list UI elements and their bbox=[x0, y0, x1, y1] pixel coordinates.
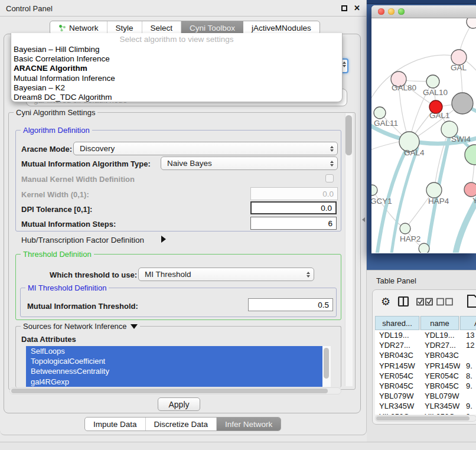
dropdown-item[interactable]: Bayesian – K2 bbox=[11, 83, 342, 93]
cell[interactable]: YPR145W bbox=[420, 361, 460, 371]
tab-jactivemnodules[interactable]: jActiveMNodules bbox=[243, 21, 319, 34]
table-row[interactable]: YDR27... YDR27... 12 bbox=[375, 340, 476, 350]
column-header-partial[interactable]: A bbox=[460, 316, 476, 330]
dropdown-item[interactable]: Dream8 DC_TDC Algorithm bbox=[11, 93, 342, 102]
dropdown-item[interactable]: Basic Correlation Inference bbox=[11, 54, 342, 64]
table-row[interactable]: YDL19... YDL19... 13 bbox=[375, 330, 476, 340]
which-threshold-combo[interactable]: MI Threshold bbox=[138, 268, 314, 281]
network-window-titlebar[interactable] bbox=[371, 5, 476, 18]
cell[interactable] bbox=[460, 350, 476, 360]
node-gal10[interactable] bbox=[426, 75, 439, 88]
zoom-traffic-light-icon[interactable] bbox=[398, 8, 405, 15]
cell[interactable]: YIL053C bbox=[375, 412, 420, 415]
cell[interactable]: YBR043C bbox=[420, 350, 460, 360]
node-hap4[interactable] bbox=[426, 182, 442, 198]
expand-right-icon[interactable] bbox=[161, 236, 166, 243]
table-row[interactable]: YLR345W YLR345W 9. bbox=[375, 401, 476, 411]
apply-button[interactable]: Apply bbox=[158, 397, 200, 411]
network-canvas[interactable]: GAL GAL80 GAL10 GAL11 GAL1 SWI4 GAL4 GCY… bbox=[371, 18, 476, 253]
mi-steps-field[interactable] bbox=[250, 217, 337, 230]
node-bright-green[interactable] bbox=[465, 145, 476, 165]
cell[interactable]: YER054C bbox=[420, 371, 460, 381]
kernel-width-field[interactable] bbox=[250, 187, 338, 200]
table-row[interactable]: YER054C YER054C 8. bbox=[375, 371, 476, 381]
cell[interactable]: YDR27... bbox=[420, 340, 460, 350]
cell[interactable]: YER054C bbox=[375, 371, 420, 381]
cell[interactable] bbox=[460, 391, 476, 401]
unchecked-boxes-icon[interactable] bbox=[436, 298, 453, 306]
node-gcy1[interactable] bbox=[371, 185, 377, 195]
attribute-item[interactable]: gal4RGexp bbox=[26, 377, 322, 387]
cell[interactable]: YBL079W bbox=[420, 391, 460, 401]
cell[interactable]: 13 bbox=[460, 330, 476, 340]
minimize-traffic-light-icon[interactable] bbox=[388, 8, 395, 15]
cell[interactable]: YBL079W bbox=[375, 391, 420, 401]
mi-threshold-field[interactable] bbox=[248, 298, 333, 311]
node-gal11[interactable] bbox=[374, 107, 386, 119]
tab-select[interactable]: Select bbox=[142, 21, 182, 34]
cell[interactable]: YLR345W bbox=[420, 401, 460, 411]
aracne-mode-combo[interactable]: Discovery bbox=[73, 142, 338, 155]
cell[interactable]: YDL19... bbox=[420, 330, 460, 340]
document-icon[interactable] bbox=[466, 294, 476, 308]
panel-splitter-handle[interactable] bbox=[362, 217, 365, 222]
cell[interactable]: YLR345W bbox=[375, 401, 420, 411]
table-row[interactable]: YBL079W YBL079W bbox=[375, 391, 476, 401]
dropdown-item-selected[interactable]: ARACNE Algorithm bbox=[11, 64, 342, 73]
tab-impute-data[interactable]: Impute Data bbox=[85, 418, 146, 431]
cell[interactable]: YIL053C bbox=[420, 412, 460, 415]
cell[interactable]: YBR045C bbox=[420, 381, 460, 391]
table-row[interactable]: YBR045C YBR045C 9. bbox=[375, 381, 476, 391]
dropdown-item[interactable]: Mutual Information Inference bbox=[11, 74, 342, 83]
tab-infer-network[interactable]: Infer Network bbox=[217, 418, 281, 431]
node-hap2[interactable] bbox=[400, 223, 410, 234]
settings-horizontal-scrollbar[interactable] bbox=[9, 387, 341, 394]
cell[interactable]: 9. bbox=[460, 381, 476, 391]
gear-icon[interactable]: ⚙ bbox=[381, 295, 390, 308]
dpi-tolerance-field[interactable] bbox=[250, 201, 337, 214]
cell[interactable]: 9. bbox=[460, 361, 476, 371]
dropdown-item[interactable]: Bayesian – Hill Climbing bbox=[11, 45, 342, 54]
cell[interactable]: 9. bbox=[460, 401, 476, 411]
tab-cyni-toolbox[interactable]: Cyni Toolbox bbox=[181, 21, 243, 34]
attribute-item[interactable]: BetweennessCentrality bbox=[26, 366, 322, 376]
table-row[interactable]: YBR043C YBR043C bbox=[375, 350, 476, 360]
node-gray-hub[interactable] bbox=[452, 93, 473, 114]
close-icon[interactable]: ✕ bbox=[354, 4, 360, 12]
close-traffic-light-icon[interactable] bbox=[378, 8, 384, 15]
table-hscrollbar-thumb[interactable] bbox=[376, 416, 470, 420]
cell[interactable]: 8. bbox=[460, 371, 476, 381]
tab-style[interactable]: Style bbox=[107, 21, 142, 34]
float-window-icon[interactable] bbox=[341, 5, 347, 11]
cell[interactable]: YDL19... bbox=[375, 330, 420, 340]
node[interactable] bbox=[467, 18, 476, 28]
tab-network[interactable]: Network bbox=[50, 21, 107, 34]
attributes-scrollbar[interactable] bbox=[322, 346, 331, 387]
manual-kernel-label: Manual Kernel Width Definition bbox=[21, 175, 135, 184]
column-header-name[interactable]: name bbox=[420, 316, 459, 330]
settings-scrollbar-thumb[interactable] bbox=[345, 115, 352, 155]
attribute-item[interactable]: TopologicalCoefficient bbox=[26, 356, 322, 366]
cell[interactable]: YBR043C bbox=[375, 350, 420, 360]
cell[interactable]: 9. bbox=[460, 412, 476, 415]
node[interactable] bbox=[419, 243, 429, 253]
table-body[interactable]: YDL19... YDL19... 13 YDR27... YDR27... 1… bbox=[375, 330, 476, 415]
attributes-scrollbar-thumb[interactable] bbox=[324, 348, 329, 379]
table-row[interactable]: YPR145W YPR145W 9. bbox=[375, 361, 476, 371]
cell[interactable]: YPR145W bbox=[375, 361, 420, 371]
checked-boxes-icon[interactable] bbox=[416, 298, 433, 306]
table-horizontal-scrollbar[interactable] bbox=[375, 415, 476, 422]
column-header-shared-name[interactable]: shared... bbox=[375, 316, 419, 330]
node-salmon[interactable] bbox=[464, 182, 476, 197]
manual-kernel-checkbox[interactable] bbox=[325, 174, 334, 182]
cell[interactable]: 12 bbox=[460, 340, 476, 350]
mi-type-combo[interactable]: Naive Bayes bbox=[161, 156, 338, 170]
table-row[interactable]: YIL053C YIL053C 9. bbox=[375, 412, 476, 415]
cell[interactable]: YDR27... bbox=[375, 340, 420, 350]
attribute-item[interactable]: SelfLoops bbox=[26, 346, 322, 356]
cell[interactable]: YBR045C bbox=[375, 381, 420, 391]
tab-discretize-data[interactable]: Discretize Data bbox=[146, 418, 217, 431]
settings-hscrollbar-thumb[interactable] bbox=[11, 389, 328, 393]
collapse-down-icon[interactable] bbox=[131, 324, 138, 329]
split-columns-icon[interactable] bbox=[397, 296, 409, 308]
